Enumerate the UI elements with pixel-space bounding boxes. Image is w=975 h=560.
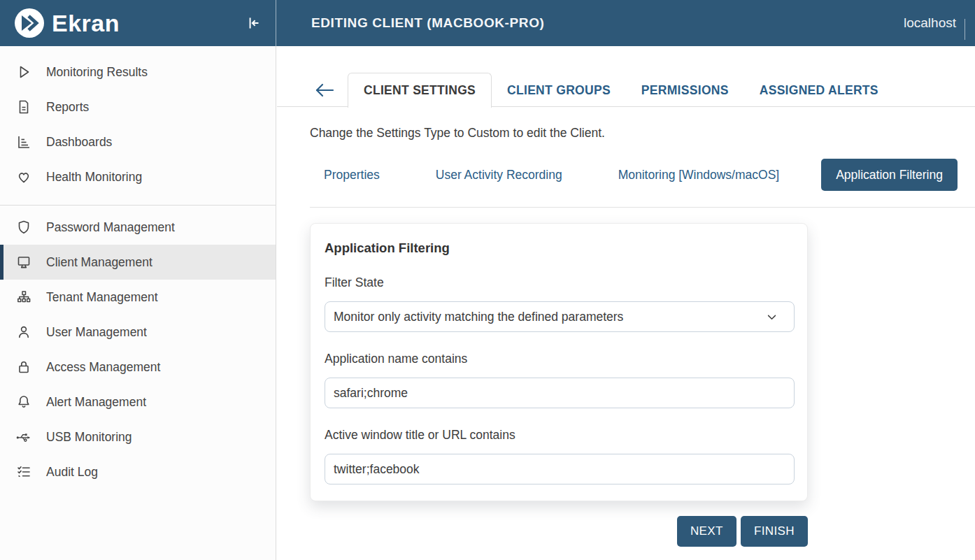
sidebar-item-user-management[interactable]: User Management: [0, 315, 276, 350]
sidebar-item-label: Monitoring Results: [46, 65, 148, 80]
window-title-label: Active window title or URL contains: [325, 428, 793, 443]
application-name-input[interactable]: [325, 378, 795, 408]
sidebar-item-label: Tenant Management: [46, 290, 158, 305]
sidebar-item-label: Alert Management: [46, 395, 146, 410]
sidebar-item-health-monitoring[interactable]: Health Monitoring: [0, 159, 276, 194]
window-title-input[interactable]: [325, 454, 795, 484]
subtab-row: Properties User Activity Recording Monit…: [310, 159, 975, 191]
sidebar-item-dashboards[interactable]: Dashboards: [0, 124, 276, 159]
sidebar-item-label: Access Management: [46, 360, 160, 375]
next-button[interactable]: NEXT: [677, 516, 736, 547]
header-edge-separator: [965, 19, 965, 40]
sidebar-item-tenant-management[interactable]: Tenant Management: [0, 280, 276, 315]
sidebar-header: Ekran: [0, 0, 276, 46]
tab-permissions[interactable]: PERMISSIONS: [626, 73, 744, 108]
sidebar-item-audit-log[interactable]: Audit Log: [0, 454, 276, 489]
back-arrow-icon[interactable]: [313, 81, 336, 99]
lock-icon: [15, 359, 32, 375]
shield-icon: [15, 219, 32, 236]
sidebar-item-label: USB Monitoring: [46, 430, 132, 445]
monitor-icon: [15, 254, 32, 271]
tab-assigned-alerts[interactable]: ASSIGNED ALERTS: [744, 73, 894, 108]
sidebar-item-label: Health Monitoring: [46, 170, 142, 185]
tabs: CLIENT SETTINGS CLIENT GROUPS PERMISSION…: [348, 73, 894, 108]
filter-state-label: Filter State: [325, 275, 793, 290]
sidebar-item-label: Dashboards: [46, 135, 112, 150]
sitemap-icon: [15, 289, 32, 306]
application-filtering-card: Application Filtering Filter State Monit…: [310, 223, 808, 501]
action-buttons: NEXT FINISH: [277, 516, 808, 547]
sidebar-item-password-management[interactable]: Password Management: [0, 210, 276, 245]
collapse-sidebar-icon[interactable]: [245, 14, 263, 32]
sidebar-item-reports[interactable]: Reports: [0, 89, 276, 124]
main-content: CLIENT SETTINGS CLIENT GROUPS PERMISSION…: [277, 46, 975, 560]
sidebar-item-monitoring-results[interactable]: Monitoring Results: [0, 55, 276, 89]
brand-logo[interactable]: Ekran: [14, 8, 120, 38]
sidebar: Monitoring Results Reports Dashboards He…: [0, 46, 276, 560]
sidebar-divider: [0, 205, 276, 206]
bar-chart-icon: [15, 134, 32, 150]
play-icon: [15, 64, 32, 80]
filter-state-select-wrap: Monitor only activity matching the defin…: [325, 301, 793, 332]
sidebar-item-label: Client Management: [46, 255, 152, 270]
sidebar-item-client-management[interactable]: Client Management: [0, 245, 276, 280]
tab-row: CLIENT SETTINGS CLIENT GROUPS PERMISSION…: [277, 46, 975, 107]
finish-button[interactable]: FINISH: [741, 516, 808, 547]
sidebar-item-label: User Management: [46, 325, 147, 340]
subtab-application-filtering[interactable]: Application Filtering: [821, 159, 958, 191]
subtab-user-activity-recording[interactable]: User Activity Recording: [422, 168, 576, 182]
user-icon: [15, 324, 32, 340]
sidebar-item-access-management[interactable]: Access Management: [0, 350, 276, 385]
sidebar-item-label: Reports: [46, 100, 89, 115]
top-bar: Ekran EDITING CLIENT (MACBOOK-PRO) local…: [0, 0, 975, 46]
checklist-icon: [15, 464, 32, 480]
sidebar-item-usb-monitoring[interactable]: USB Monitoring: [0, 419, 276, 454]
page-title: EDITING CLIENT (MACBOOK-PRO): [311, 15, 544, 31]
sidebar-item-label: Audit Log: [46, 465, 98, 480]
ekran-logo-icon: [14, 8, 45, 38]
filter-state-select[interactable]: Monitor only activity matching the defin…: [325, 301, 795, 332]
brand-name: Ekran: [52, 11, 120, 35]
application-name-label: Application name contains: [325, 352, 793, 366]
header-title-area: EDITING CLIENT (MACBOOK-PRO) localhost: [276, 0, 975, 46]
content-divider: [310, 207, 975, 208]
heart-icon: [15, 168, 32, 185]
settings-notice: Change the Settings Type to Custom to ed…: [310, 126, 975, 141]
card-heading: Application Filtering: [325, 240, 793, 256]
report-icon: [15, 99, 32, 115]
subtab-monitoring-windows-macos[interactable]: Monitoring [Windows/macOS]: [604, 168, 794, 182]
tab-client-groups[interactable]: CLIENT GROUPS: [492, 73, 626, 108]
sidebar-item-alert-management[interactable]: Alert Management: [0, 385, 276, 419]
server-name[interactable]: localhost: [904, 15, 956, 31]
subtab-properties[interactable]: Properties: [310, 168, 394, 182]
bell-icon: [15, 394, 32, 410]
usb-icon: [15, 429, 32, 445]
tab-client-settings[interactable]: CLIENT SETTINGS: [348, 73, 492, 108]
sidebar-item-label: Password Management: [46, 220, 175, 235]
